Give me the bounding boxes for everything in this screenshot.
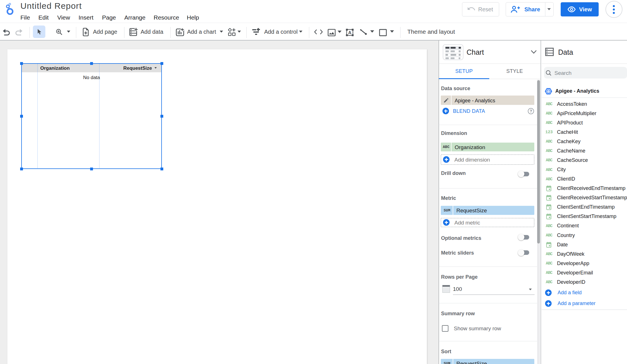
svg-text:A: A <box>348 30 351 35</box>
